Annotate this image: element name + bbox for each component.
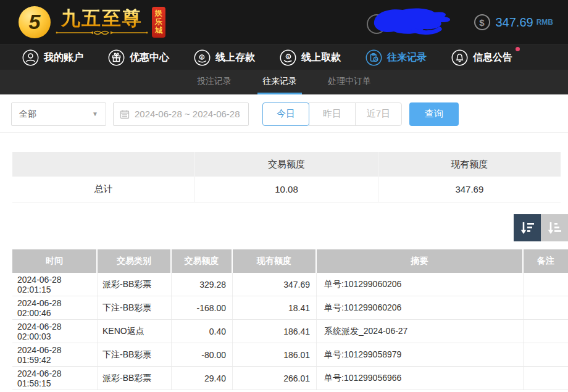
withdraw-icon: $	[280, 49, 296, 66]
cell-time: 2024-06-28 02:00:46	[12, 296, 98, 319]
cell-balance: 18.41	[233, 296, 317, 319]
cell-summary: 单号:101299058979	[317, 343, 524, 366]
sort-desc-button[interactable]	[514, 214, 541, 241]
cell-balance: 266.01	[233, 367, 317, 390]
cell-amount: 0.40	[172, 320, 233, 343]
cell-amount: -168.00	[172, 296, 233, 319]
records-icon	[365, 49, 382, 66]
table-row: 2024-06-28 02:01:15 派彩-BB彩票 329.28 347.6…	[12, 273, 568, 296]
nav-item-my-account[interactable]: 我的账户	[22, 49, 83, 66]
sort-desc-icon	[519, 220, 535, 236]
summary-table: 交易额度 现有额度 总计 10.08 347.69	[12, 152, 561, 202]
chevron-down-icon: ▼	[92, 111, 98, 117]
category-selected-value: 全部	[19, 109, 36, 120]
summary-header-balance: 现有额度	[378, 152, 561, 177]
cell-remark	[524, 296, 568, 319]
transaction-records-page: 5 九五至尊 娱乐城	[0, 0, 568, 392]
sort-controls	[0, 214, 568, 241]
yesterday-button[interactable]: 昨日	[309, 102, 356, 126]
record-tabs: 投注记录 往来记录 处理中订单	[0, 70, 568, 94]
censor-scribble	[370, 6, 457, 39]
cell-summary: 单号:101299060206	[317, 273, 524, 296]
notice-badge-dot	[516, 47, 520, 51]
records-table: 时间 交易类别 交易额度 现有额度 摘要 备注 2024-06-28 02:01…	[12, 249, 568, 390]
records-header-row: 时间 交易类别 交易额度 现有额度 摘要 备注	[12, 249, 568, 273]
site-logo[interactable]: 5 九五至尊 娱乐城	[19, 6, 165, 38]
dollar-circle-icon: $	[474, 14, 490, 30]
tab-transaction-records[interactable]: 往来记录	[257, 70, 302, 94]
cell-amount: 329.28	[172, 273, 233, 296]
quick-date-group: 今日 昨日 近7日	[262, 102, 402, 126]
summary-header-row: 交易额度 现有额度	[12, 152, 561, 177]
balance-display[interactable]: $ 347.69 RMB	[474, 14, 554, 30]
header-balance: 现有额度	[233, 249, 317, 273]
logo-title: 九五至尊	[61, 9, 143, 28]
deposit-icon: ¥	[194, 49, 211, 66]
cell-summary: 单号:101299060206	[317, 296, 524, 319]
table-row: 2024-06-28 01:58:15 派彩-BB彩票 29.40 266.01…	[12, 367, 568, 390]
summary-total-label: 总计	[12, 177, 195, 202]
svg-text:$: $	[287, 54, 290, 58]
summary-total-row: 总计 10.08 347.69	[12, 177, 561, 202]
cell-time: 2024-06-28 02:00:03	[12, 320, 98, 343]
svg-text:¥: ¥	[201, 55, 203, 59]
today-button[interactable]: 今日	[262, 102, 309, 126]
last7days-button[interactable]: 近7日	[355, 102, 402, 126]
balance-currency: RMB	[537, 18, 553, 27]
nav-item-transaction-records[interactable]: 往来记录	[365, 49, 427, 66]
cell-type: 派彩-BB彩票	[98, 273, 172, 296]
bell-icon	[451, 49, 468, 66]
person-icon	[22, 49, 39, 66]
summary-header-empty	[12, 152, 195, 177]
cell-type: 下注-BB彩票	[98, 343, 172, 366]
cell-balance: 186.01	[233, 343, 317, 366]
cell-balance: 347.69	[233, 273, 317, 296]
cell-remark	[524, 273, 568, 296]
flourish-ornament-icon	[56, 30, 148, 36]
header-type: 交易类别	[98, 249, 172, 273]
calendar-icon	[120, 109, 130, 119]
cell-remark	[524, 320, 568, 343]
header-remark: 备注	[524, 249, 568, 273]
logo-coin-icon: 5	[19, 6, 51, 38]
sort-asc-button[interactable]	[541, 214, 568, 241]
table-row: 2024-06-28 02:00:03 KENO返点 0.40 186.41 系…	[12, 320, 568, 343]
cell-type: KENO返点	[98, 320, 172, 343]
summary-total-balance: 347.69	[378, 177, 561, 202]
cell-remark	[524, 343, 568, 366]
table-row: 2024-06-28 01:59:42 下注-BB彩票 -80.00 186.0…	[12, 343, 568, 367]
header-amount: 交易额度	[172, 249, 233, 273]
sort-asc-icon	[546, 220, 562, 236]
cell-amount: -80.00	[172, 343, 233, 366]
main-nav: 我的账户 优惠中心 ¥ 线上存款 $ 线上取款	[0, 44, 568, 70]
username-redacted-area	[365, 4, 458, 40]
gift-icon	[108, 49, 125, 66]
cell-time: 2024-06-28 02:01:15	[12, 273, 98, 296]
filter-bar: 全部 ▼ 2024-06-28 ~ 2024-06-28 今日 昨日 近7日 查…	[0, 94, 568, 133]
nav-item-notices[interactable]: 信息公告	[451, 49, 512, 66]
cell-remark	[524, 367, 568, 390]
date-range-value: 2024-06-28 ~ 2024-06-28	[135, 109, 240, 119]
nav-item-promotions[interactable]: 优惠中心	[108, 49, 169, 66]
summary-header-transaction: 交易额度	[195, 152, 378, 177]
cell-summary: 单号:101299056966	[317, 367, 524, 390]
cell-time: 2024-06-28 01:58:15	[12, 367, 98, 390]
balance-amount: 347.69	[496, 15, 533, 30]
table-row: 2024-06-28 02:00:46 下注-BB彩票 -168.00 18.4…	[12, 296, 568, 320]
cell-type: 下注-BB彩票	[98, 296, 172, 319]
nav-item-withdraw[interactable]: $ 线上取款	[280, 49, 341, 66]
header-summary: 摘要	[317, 249, 524, 273]
tab-processing-orders[interactable]: 处理中订单	[323, 70, 376, 94]
header-time: 时间	[12, 249, 98, 273]
date-range-input[interactable]: 2024-06-28 ~ 2024-06-28	[113, 102, 249, 126]
site-header: 5 九五至尊 娱乐城	[0, 0, 568, 44]
cell-summary: 系统派发_2024-06-27	[317, 320, 524, 343]
cell-amount: 29.40	[172, 367, 233, 390]
cell-type: 派彩-BB彩票	[98, 367, 172, 390]
cell-time: 2024-06-28 01:59:42	[12, 343, 98, 366]
query-button[interactable]: 查询	[409, 102, 459, 126]
category-select[interactable]: 全部 ▼	[11, 102, 106, 126]
nav-item-deposit[interactable]: ¥ 线上存款	[194, 49, 255, 66]
tab-betting-records[interactable]: 投注记录	[192, 70, 236, 94]
summary-total-transaction: 10.08	[195, 177, 378, 202]
